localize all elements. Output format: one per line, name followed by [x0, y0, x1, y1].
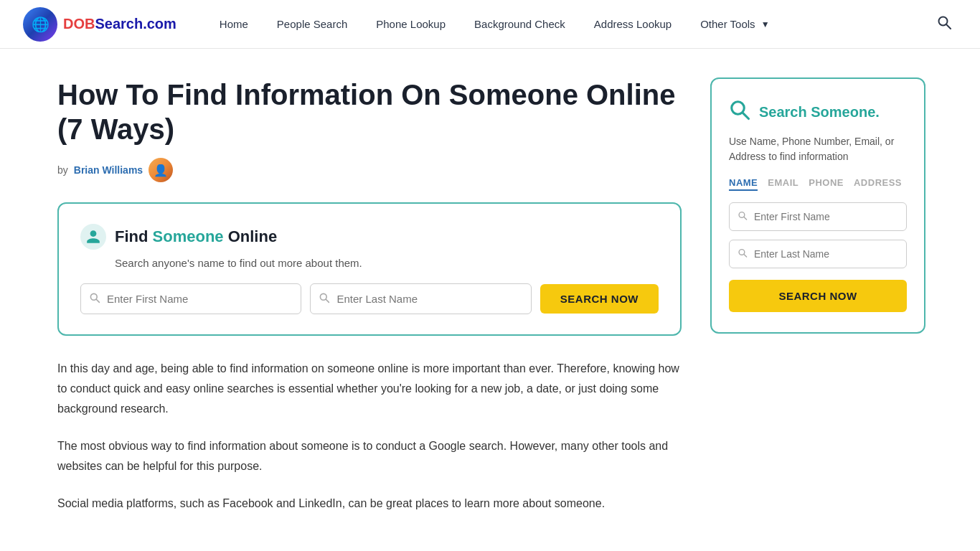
chevron-down-icon: ▼ [761, 19, 770, 29]
avatar: 👤 [149, 158, 173, 182]
search-icon[interactable] [931, 9, 957, 39]
nav-other-tools[interactable]: Other Tools ▼ [686, 0, 783, 49]
tab-name[interactable]: NAME [729, 177, 758, 191]
nav-people-search[interactable]: People Search [263, 0, 362, 49]
tab-email[interactable]: EMAIL [768, 177, 798, 191]
nav-background-check[interactable]: Background Check [460, 0, 580, 49]
search-fields: SEARCH NOW [80, 283, 659, 314]
sidebar-search-icon [729, 99, 750, 126]
first-name-input[interactable] [80, 283, 301, 314]
search-widget: Find Someone Online Search anyone's name… [57, 202, 682, 336]
nav-address-lookup[interactable]: Address Lookup [580, 0, 686, 49]
svg-line-3 [96, 299, 99, 302]
article-title: How To Find Information On Someone Onlin… [57, 77, 682, 146]
svg-line-7 [743, 113, 748, 118]
first-name-wrap [80, 283, 301, 314]
search-widget-header: Find Someone Online [80, 224, 659, 250]
search-now-button[interactable]: SEARCH NOW [540, 284, 659, 314]
author-line: by Brian Williams 👤 [57, 158, 682, 182]
last-name-input[interactable] [310, 283, 531, 314]
search-widget-desc: Search anyone's name to find out more ab… [80, 257, 659, 269]
main-content: How To Find Information On Someone Onlin… [57, 77, 682, 531]
sidebar-tabs: NAME EMAIL PHONE ADDRESS [729, 177, 907, 191]
article-para-1: In this day and age, being able to find … [57, 359, 682, 419]
sidebar-first-name-input[interactable] [729, 202, 907, 231]
logo[interactable]: 🌐 DOBSearch.com [23, 7, 176, 42]
sidebar: Search Someone. Use Name, Phone Number, … [710, 77, 925, 531]
article-para-2: The most obvious way to find information… [57, 436, 682, 476]
sidebar-card-header: Search Someone. [729, 99, 907, 126]
sidebar-first-name-wrap [729, 202, 907, 231]
svg-line-1 [946, 24, 951, 29]
author-prefix: by [57, 164, 68, 176]
nav-home[interactable]: Home [205, 0, 263, 49]
sidebar-last-name-wrap [729, 240, 907, 268]
page-content: How To Find Information On Someone Onlin… [0, 49, 980, 551]
search-input-icon-2 [319, 292, 330, 306]
search-input-icon [89, 292, 100, 306]
sidebar-card: Search Someone. Use Name, Phone Number, … [710, 77, 925, 334]
sidebar-card-desc: Use Name, Phone Number, Email, or Addres… [729, 134, 907, 164]
tab-address[interactable]: ADDRESS [854, 177, 902, 191]
sidebar-last-name-input[interactable] [729, 240, 907, 268]
nav-links: Home People Search Phone Lookup Backgrou… [205, 0, 931, 49]
svg-line-11 [744, 254, 747, 257]
sidebar-search-icon-last [738, 248, 748, 260]
svg-line-9 [744, 217, 747, 220]
search-widget-title: Find Someone Online [115, 227, 277, 246]
logo-icon: 🌐 [23, 7, 57, 42]
navbar: 🌐 DOBSearch.com Home People Search Phone… [0, 0, 980, 49]
nav-phone-lookup[interactable]: Phone Lookup [362, 0, 460, 49]
article-para-3: Social media platforms, such as Facebook… [57, 494, 682, 514]
sidebar-search-icon-first [738, 211, 748, 223]
svg-line-5 [326, 299, 329, 302]
tab-phone[interactable]: PHONE [809, 177, 844, 191]
person-icon [80, 224, 106, 250]
last-name-wrap [310, 283, 531, 314]
sidebar-search-button[interactable]: SEARCH NOW [729, 280, 907, 312]
sidebar-card-title: Search Someone. [759, 104, 880, 121]
author-name: Brian Williams [74, 164, 143, 176]
logo-text: DOBSearch.com [63, 16, 176, 32]
